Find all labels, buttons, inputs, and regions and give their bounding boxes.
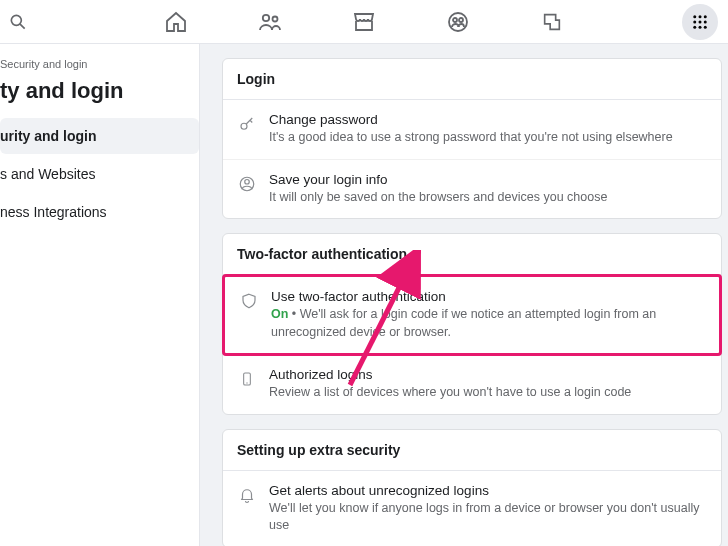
svg-point-7 [693, 15, 696, 18]
home-icon[interactable] [164, 10, 188, 34]
svg-point-10 [693, 20, 696, 23]
key-icon [237, 114, 257, 134]
svg-point-12 [704, 20, 707, 23]
section-login: Login Change password It's a good idea t… [222, 58, 722, 219]
status-badge: On [271, 307, 288, 321]
row-get-alerts[interactable]: Get alerts about unrecognized logins We'… [223, 471, 721, 547]
row-use-two-factor[interactable]: Use two-factor authentication On • We'll… [222, 274, 722, 356]
svg-point-3 [273, 16, 278, 21]
svg-point-16 [241, 123, 247, 129]
section-header-login: Login [223, 59, 721, 100]
row-title: Get alerts about unrecognized logins [269, 483, 707, 498]
user-circle-icon [237, 174, 257, 194]
row-title: Use two-factor authentication [271, 289, 705, 304]
row-sub: Review a list of devices where you won't… [269, 384, 707, 402]
main-content: Login Change password It's a good idea t… [200, 44, 728, 546]
svg-point-4 [449, 13, 467, 31]
svg-point-18 [245, 179, 250, 184]
top-navigation-bar [0, 0, 728, 44]
settings-sidebar: Security and login ty and login urity an… [0, 44, 200, 546]
friends-icon[interactable] [258, 10, 282, 34]
section-header-extra: Setting up extra security [223, 430, 721, 471]
section-header-twofa: Two-factor authentication [223, 234, 721, 275]
grid-icon [691, 13, 709, 31]
row-sub: It's a good idea to use a strong passwor… [269, 129, 707, 147]
row-sub: It will only be saved on the browsers an… [269, 189, 707, 207]
svg-point-13 [693, 25, 696, 28]
section-extra-security: Setting up extra security Get alerts abo… [222, 429, 722, 547]
svg-point-6 [459, 18, 463, 22]
sidebar-item-apps-websites[interactable]: s and Websites [0, 156, 199, 192]
groups-icon[interactable] [446, 10, 470, 34]
section-twofa: Two-factor authentication Use two-factor… [222, 233, 722, 415]
row-sub: On • We'll ask for a login code if we no… [271, 306, 705, 341]
shield-icon [239, 291, 259, 311]
breadcrumb: Security and login [0, 54, 199, 74]
phone-icon [237, 369, 257, 389]
svg-line-1 [20, 24, 25, 29]
svg-point-0 [11, 15, 21, 25]
row-sub: We'll let you know if anyone logs in fro… [269, 500, 707, 535]
sidebar-item-security-login[interactable]: urity and login [0, 118, 199, 154]
row-title: Change password [269, 112, 707, 127]
svg-point-11 [699, 20, 702, 23]
svg-point-8 [699, 15, 702, 18]
svg-point-2 [263, 14, 269, 20]
svg-point-9 [704, 15, 707, 18]
row-change-password[interactable]: Change password It's a good idea to use … [223, 100, 721, 160]
page-title: ty and login [0, 74, 199, 118]
bell-icon [237, 485, 257, 505]
row-authorized-logins[interactable]: Authorized logins Review a list of devic… [223, 355, 721, 414]
sidebar-item-business-integrations[interactable]: ness Integrations [0, 194, 199, 230]
search-area[interactable] [8, 12, 28, 32]
svg-point-14 [699, 25, 702, 28]
marketplace-icon[interactable] [352, 10, 376, 34]
row-title: Authorized logins [269, 367, 707, 382]
row-title: Save your login info [269, 172, 707, 187]
menu-button[interactable] [682, 4, 718, 40]
svg-point-5 [453, 18, 457, 22]
gaming-icon[interactable] [540, 10, 564, 34]
svg-point-15 [704, 25, 707, 28]
search-icon [8, 12, 28, 32]
row-save-login-info[interactable]: Save your login info It will only be sav… [223, 160, 721, 219]
